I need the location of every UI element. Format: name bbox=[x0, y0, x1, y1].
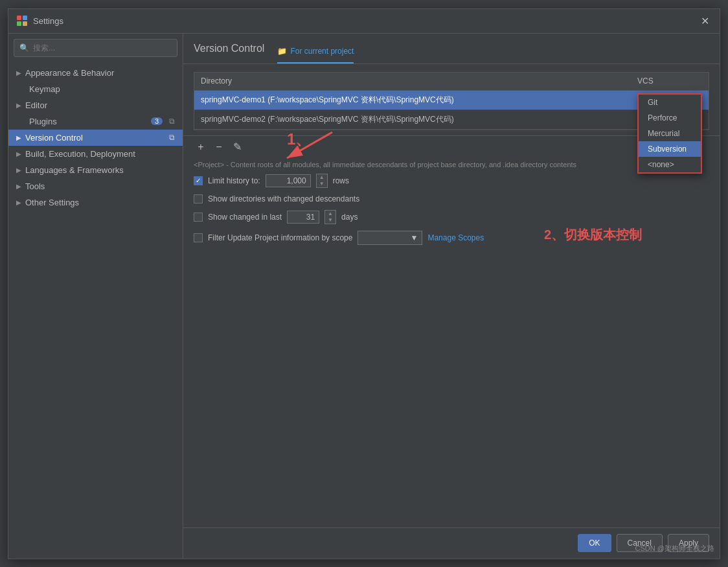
sidebar-items: ▶ Appearance & Behavior Keymap ▶ Editor … bbox=[8, 62, 183, 559]
expand-icon: ▶ bbox=[16, 199, 21, 206]
dropdown-item-git[interactable]: Git bbox=[639, 95, 701, 110]
sidebar-item-label: Build, Execution, Deployment bbox=[25, 149, 135, 159]
expand-icon: ▶ bbox=[16, 134, 21, 141]
main-content-area: Directory VCS springMVC-demo1 (F:\worksp… bbox=[183, 64, 720, 527]
dir-column-header: Directory bbox=[194, 76, 631, 86]
sidebar-item-keymap[interactable]: Keymap bbox=[8, 81, 183, 97]
manage-scopes-link[interactable]: Manage Scopes bbox=[427, 233, 484, 242]
expand-icon: ▶ bbox=[16, 167, 21, 174]
close-button[interactable]: ✕ bbox=[698, 14, 712, 28]
vcs-column-header: VCS bbox=[631, 76, 709, 86]
sidebar-item-label: Languages & Frameworks bbox=[25, 165, 124, 175]
spinner-down[interactable]: ▼ bbox=[325, 217, 336, 224]
main-title: Version Control bbox=[194, 43, 264, 62]
sidebar-item-label: Appearance & Behavior bbox=[25, 68, 114, 78]
options-section: Limit history to: ▲ ▼ rows Show director… bbox=[183, 174, 720, 245]
filter-update-label: Filter Update Project information by sco… bbox=[208, 233, 352, 242]
sidebar-item-label: Editor bbox=[25, 100, 47, 110]
add-button[interactable]: + bbox=[194, 140, 208, 154]
dropdown-item-mercurial[interactable]: Mercurial bbox=[639, 126, 701, 141]
svg-rect-1 bbox=[23, 16, 27, 20]
dropdown-item-subversion[interactable]: Subversion bbox=[639, 141, 701, 157]
edit-button[interactable]: ✎ bbox=[230, 140, 244, 154]
limit-history-input[interactable] bbox=[266, 174, 311, 187]
days-input[interactable] bbox=[287, 211, 319, 224]
expand-icon: ▶ bbox=[16, 102, 21, 109]
sidebar-item-other-settings[interactable]: ▶ Other Settings bbox=[8, 194, 183, 211]
folder-icon: 📁 bbox=[277, 47, 287, 56]
days-label: days bbox=[341, 213, 358, 222]
table-row[interactable]: springMVC-demo1 (F:\workspace\SpringMVC … bbox=[194, 91, 709, 110]
vcs-dropdown-popup: Git Perforce Mercurial Subversion <none> bbox=[637, 93, 702, 174]
vcs-table: Directory VCS springMVC-demo1 (F:\worksp… bbox=[194, 72, 709, 130]
directory-cell: springMVC-demo2 (F:\workspace\SpringMVC … bbox=[194, 114, 631, 125]
show-directories-row: Show directories with changed descendant… bbox=[194, 194, 709, 203]
svg-rect-2 bbox=[17, 21, 21, 26]
scope-combo[interactable]: ▼ bbox=[358, 231, 422, 245]
days-spinner: ▲ ▼ bbox=[324, 210, 336, 224]
app-icon bbox=[16, 15, 28, 27]
spinner-up[interactable]: ▲ bbox=[317, 174, 327, 181]
search-icon: 🔍 bbox=[19, 43, 29, 52]
sidebar-item-label: Plugins bbox=[29, 117, 57, 126]
directory-cell: springMVC-demo1 (F:\workspace\SpringMVC … bbox=[194, 95, 631, 106]
rows-label: rows bbox=[333, 176, 349, 185]
dialog-title: Settings bbox=[33, 16, 698, 26]
limit-history-label: Limit history to: bbox=[208, 176, 260, 185]
content-area: 🔍 ▶ Appearance & Behavior Keymap ▶ Edito… bbox=[8, 34, 720, 559]
search-box[interactable]: 🔍 bbox=[14, 39, 177, 57]
sidebar-item-languages[interactable]: ▶ Languages & Frameworks bbox=[8, 162, 183, 178]
svg-rect-3 bbox=[23, 21, 27, 26]
filter-update-checkbox[interactable] bbox=[194, 233, 203, 242]
main-header: Version Control 📁 For current project bbox=[183, 34, 720, 64]
spinner-up[interactable]: ▲ bbox=[325, 211, 336, 217]
filter-update-row: Filter Update Project information by sco… bbox=[194, 231, 709, 245]
show-changed-label: Show changed in last bbox=[208, 213, 282, 222]
show-directories-checkbox[interactable] bbox=[194, 194, 203, 203]
sidebar-item-appearance[interactable]: ▶ Appearance & Behavior bbox=[8, 65, 183, 81]
sidebar-item-editor[interactable]: ▶ Editor bbox=[8, 97, 183, 113]
sidebar-item-plugins[interactable]: Plugins 3 ⧉ bbox=[8, 113, 183, 130]
tab-for-current-project[interactable]: 📁 For current project bbox=[277, 41, 354, 64]
dialog-footer: OK Cancel Apply bbox=[183, 527, 720, 559]
show-changed-checkbox[interactable] bbox=[194, 213, 203, 222]
copy-icon[interactable]: ⧉ bbox=[169, 117, 175, 126]
table-header: Directory VCS bbox=[194, 73, 709, 91]
sidebar-item-tools[interactable]: ▶ Tools bbox=[8, 178, 183, 194]
settings-dialog: Settings ✕ 🔍 ▶ Appearance & Behavior Key… bbox=[8, 8, 720, 559]
spinner-down[interactable]: ▼ bbox=[317, 181, 327, 187]
expand-icon: ▶ bbox=[16, 150, 21, 157]
table-row[interactable]: springMVC-demo2 (F:\workspace\SpringMVC … bbox=[194, 110, 709, 130]
show-directories-label: Show directories with changed descendant… bbox=[208, 194, 359, 203]
limit-history-row: Limit history to: ▲ ▼ rows bbox=[194, 174, 709, 188]
sidebar-item-label: Version Control bbox=[25, 133, 83, 143]
plugins-badge: 3 bbox=[151, 117, 163, 125]
watermark: CSDN @架构师全栈之路 bbox=[635, 544, 714, 553]
sidebar-item-build[interactable]: ▶ Build, Execution, Deployment bbox=[8, 146, 183, 162]
remove-button[interactable]: − bbox=[212, 140, 226, 154]
sidebar: 🔍 ▶ Appearance & Behavior Keymap ▶ Edito… bbox=[8, 34, 183, 559]
history-spinner: ▲ ▼ bbox=[316, 174, 328, 188]
svg-rect-0 bbox=[17, 16, 21, 20]
ok-button[interactable]: OK bbox=[578, 534, 611, 552]
main-panel: Version Control 📁 For current project Di… bbox=[183, 34, 720, 559]
search-input[interactable] bbox=[33, 43, 172, 52]
copy-icon[interactable]: ⧉ bbox=[169, 133, 175, 142]
show-changed-row: Show changed in last ▲ ▼ days bbox=[194, 210, 709, 224]
sidebar-item-label: Tools bbox=[25, 181, 45, 191]
sidebar-item-label: Keymap bbox=[29, 84, 60, 94]
sidebar-item-version-control[interactable]: ▶ Version Control ⧉ bbox=[8, 130, 183, 146]
dropdown-item-perforce[interactable]: Perforce bbox=[639, 110, 701, 126]
combo-arrow-icon: ▼ bbox=[411, 233, 418, 242]
dropdown-item-none[interactable]: <none> bbox=[639, 157, 701, 172]
title-bar: Settings ✕ bbox=[8, 9, 720, 34]
sidebar-item-label: Other Settings bbox=[25, 198, 79, 207]
limit-history-checkbox[interactable] bbox=[194, 176, 203, 185]
tab-label: For current project bbox=[290, 47, 354, 56]
expand-icon: ▶ bbox=[16, 69, 21, 76]
expand-icon: ▶ bbox=[16, 183, 21, 190]
